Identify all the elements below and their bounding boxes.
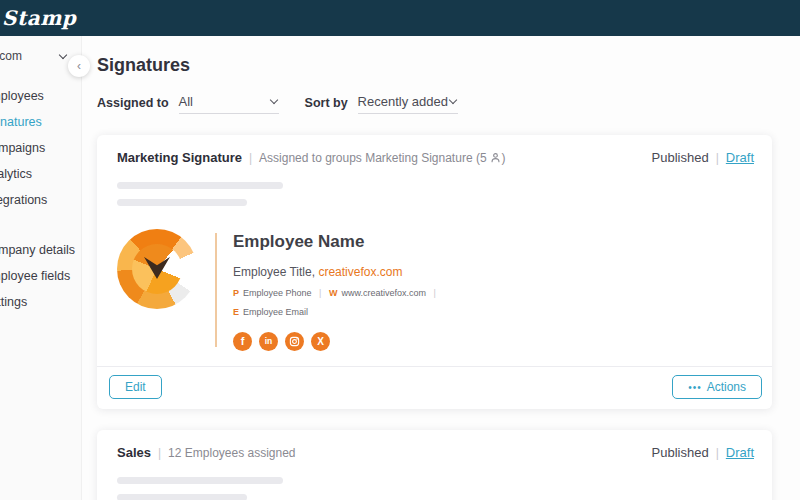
facebook-icon[interactable]: f: [233, 332, 252, 351]
page-title: Signatures: [97, 55, 772, 76]
card-header-left: Sales | 12 Employees assigned: [117, 445, 296, 460]
x-twitter-icon[interactable]: X: [311, 332, 330, 351]
sidebar-item-label: Analytics: [0, 167, 32, 181]
sidebar-item-employee-fields[interactable]: Employee fields: [0, 263, 81, 289]
email-label: E: [233, 307, 239, 317]
chevron-down-icon: [269, 96, 277, 104]
skeleton-bar: [117, 182, 283, 189]
sort-by-select[interactable]: Recently added: [358, 92, 458, 114]
main-content: Signatures Assigned to All Sort by Recen…: [82, 36, 800, 500]
sidebar-item-label: Settings: [0, 295, 27, 309]
separator: |: [319, 288, 321, 298]
contact-line-1: PEmployee Phone | Wwww.creativefox.com |: [233, 288, 441, 298]
actions-button[interactable]: •••Actions: [672, 375, 762, 399]
chevron-down-icon: [448, 96, 456, 104]
linkedin-icon[interactable]: in: [259, 332, 278, 351]
company-domain-link[interactable]: creativefox.com: [318, 265, 402, 279]
person-icon: [490, 152, 501, 163]
assigned-to-label: Assigned to: [97, 96, 169, 110]
company-logo: [117, 229, 197, 309]
card-header-right: Published | Draft: [652, 150, 754, 165]
sidebar-item-label: Employee fields: [0, 269, 70, 283]
skeleton-group: [97, 460, 772, 500]
sort-by-value: Recently added: [358, 94, 448, 109]
sidebar-item-label: Integrations: [0, 193, 47, 207]
sidebar-item-label: Signatures: [0, 115, 42, 129]
assigned-to-select[interactable]: All: [179, 92, 279, 114]
card-subtitle: 12 Employees assigned: [168, 446, 295, 460]
vertical-divider: [215, 233, 217, 347]
card-title: Sales: [117, 445, 151, 460]
instagram-icon[interactable]: [285, 332, 304, 351]
card-title: Marketing Signature: [117, 150, 242, 165]
skeleton-bar: [117, 477, 283, 484]
card-subtitle: Assigned to groups Marketing Signature (…: [259, 151, 486, 165]
separator: |: [716, 151, 719, 165]
card-footer: Edit •••Actions: [97, 366, 772, 409]
card-subtitle-close: ): [502, 151, 506, 165]
card-header: Marketing Signature | Assigned to groups…: [97, 135, 772, 165]
sidebar-collapse-button[interactable]: ‹: [68, 55, 90, 77]
sidebar-item-integrations[interactable]: Integrations: [0, 187, 81, 213]
card-header: Sales | 12 Employees assigned Published …: [97, 430, 772, 460]
sidebar-item-settings[interactable]: Settings: [0, 289, 81, 315]
separator: |: [249, 151, 252, 165]
contact-line-2: EEmployee Email: [233, 307, 441, 317]
employee-title: Employee Title,: [233, 265, 315, 279]
phone-value: Employee Phone: [243, 288, 312, 298]
phone-label: P: [233, 288, 239, 298]
email-value: Employee Email: [243, 307, 308, 317]
separator: |: [716, 446, 719, 460]
skeleton-bar: [117, 494, 247, 500]
sidebar-item-label: Campaigns: [0, 141, 45, 155]
assigned-to-value: All: [179, 94, 193, 109]
card-header-left: Marketing Signature | Assigned to groups…: [117, 150, 506, 165]
sidebar-item-company-details[interactable]: Company details: [0, 237, 81, 263]
x-glyph: X: [317, 337, 324, 347]
filter-bar: Assigned to All Sort by Recently added: [97, 92, 772, 114]
sidebar-nav-secondary: Company details Employee fields Settings: [0, 237, 81, 315]
draft-link[interactable]: Draft: [726, 445, 754, 460]
website-label: W: [329, 288, 338, 298]
signature-preview: Employee Name Employee Title, creativefo…: [97, 216, 772, 351]
sidebar-item-analytics[interactable]: Analytics: [0, 161, 81, 187]
edit-button[interactable]: Edit: [109, 375, 162, 399]
sidebar-item-employees[interactable]: Employees: [0, 83, 81, 109]
sidebar-item-label: Employees: [0, 89, 44, 103]
skeleton-group: [97, 165, 772, 206]
account-selector[interactable]: creativefox.com: [0, 49, 66, 63]
employee-name: Employee Name: [233, 229, 441, 252]
signature-details: Employee Name Employee Title, creativefo…: [233, 229, 441, 351]
sidebar-nav-primary: Employees Signatures Campaigns Analytics…: [0, 83, 81, 213]
draft-link[interactable]: Draft: [726, 150, 754, 165]
employee-title-line: Employee Title, creativefox.com: [233, 265, 441, 279]
app-logo: Stamp: [2, 6, 76, 30]
separator: |: [158, 446, 161, 460]
app-window: Stamp creativefox.com Employees Signatur…: [0, 0, 800, 500]
facebook-glyph: f: [241, 336, 245, 347]
website-value: www.creativefox.com: [341, 288, 426, 298]
chevron-down-icon: [59, 50, 67, 58]
sidebar-item-label: Company details: [0, 243, 75, 257]
sidebar-item-campaigns[interactable]: Campaigns: [0, 135, 81, 161]
published-status: Published: [652, 150, 709, 165]
sidebar-item-signatures[interactable]: Signatures: [0, 109, 81, 135]
published-status: Published: [652, 445, 709, 460]
signature-card-marketing: Marketing Signature | Assigned to groups…: [97, 135, 772, 409]
sort-by-label: Sort by: [305, 96, 348, 110]
linkedin-glyph: in: [265, 337, 273, 346]
actions-label: Actions: [707, 380, 746, 394]
separator: |: [433, 288, 435, 298]
account-label: creativefox.com: [0, 49, 22, 63]
skeleton-bar: [117, 199, 247, 206]
card-header-right: Published | Draft: [652, 445, 754, 460]
ellipsis-icon: •••: [688, 382, 702, 393]
social-icons: f in X: [233, 332, 441, 351]
signature-card-sales: Sales | 12 Employees assigned Published …: [97, 430, 772, 500]
topbar: Stamp: [0, 0, 800, 36]
sidebar: creativefox.com Employees Signatures Cam…: [0, 36, 82, 500]
